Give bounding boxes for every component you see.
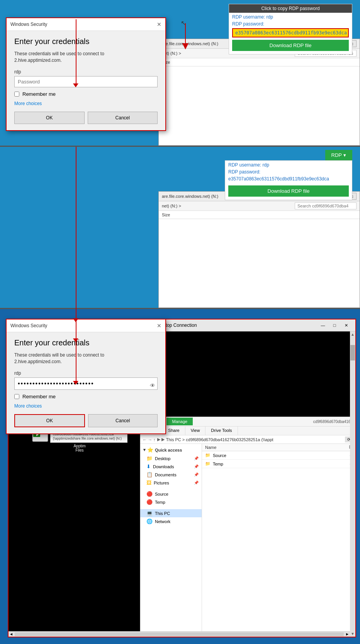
source-folder-icon: 📁	[205, 453, 211, 458]
fm-sidebar-desktop[interactable]: 📁 Desktop 📌	[140, 454, 202, 462]
rdp-username-1: RDP username: rdp	[229, 13, 352, 20]
more-choices-link-2[interactable]: More choices	[14, 403, 158, 409]
apptimized-label: ApptimFiles	[32, 444, 127, 452]
rdp-username-2: RDP username: rdp	[225, 161, 352, 168]
fm-file-row-temp[interactable]: 📁 Temp 4	[202, 460, 355, 468]
fm-ribbon-top: ≡ ↑ 📁 ⬇ | Manage cd9f6896d670dba4162	[140, 417, 355, 427]
remember-checkbox-1[interactable]	[14, 92, 19, 97]
dialog-title-text-2: Windows Security	[10, 323, 47, 328]
documents-folder-icon: 📋	[146, 472, 153, 477]
fm-documents-label: Documents	[155, 472, 177, 477]
file-explorer-bg-2: are.file.core.windows.net) (N:) — □ net)…	[158, 191, 360, 308]
pictures-folder-icon: 🖼	[146, 480, 151, 486]
fm-sidebar-header-quickaccess: ▾ ⭐ Quick access	[140, 445, 202, 454]
scroll-up-btn[interactable]: ▲	[350, 331, 355, 337]
fm-breadcrumb-text: This PC > cd9f6896d670dba416276b03252825…	[166, 437, 273, 442]
dialog-titlebar-1: Windows Security ✕	[7, 18, 165, 31]
fm-main: ▾ ⭐ Quick access 📁 Desktop 📌	[140, 444, 355, 636]
fm-file-row-source[interactable]: 📁 Source 4	[202, 451, 355, 460]
fm-desktop-label: Desktop	[155, 456, 170, 461]
fm-sidebar-thispc[interactable]: 💻 This PC	[140, 509, 202, 517]
scrollbar-thumb[interactable]	[350, 345, 355, 360]
password-input-2[interactable]	[14, 377, 158, 390]
rdp-password-value-1[interactable]: e35707a0863ec6311576cdbd911fb93e9ec63dca	[232, 28, 349, 37]
downloads-folder-icon: ⬇	[146, 464, 151, 469]
desktop-folder-icon: 📁	[146, 455, 153, 461]
dialog-close-btn-1[interactable]: ✕	[157, 21, 161, 27]
fm-sidebar-network[interactable]: 🌐 Network	[140, 517, 202, 525]
rdp-info-panel-2: RDP username: rdp RDP password: e35707a0…	[225, 160, 352, 200]
fm-tab-view[interactable]: View	[185, 427, 206, 435]
fm-sidebar: ▾ ⭐ Quick access 📁 Desktop 📌	[140, 444, 202, 636]
rdp-minimize-btn[interactable]: —	[318, 321, 328, 329]
remember-row-2: Remember me	[14, 394, 158, 399]
dialog-heading-1: Enter your credentials	[14, 37, 158, 46]
more-choices-link-1[interactable]: More choices	[14, 101, 158, 106]
download-rdp-btn-2[interactable]: Download RDP file	[228, 185, 349, 197]
dialog-username-label-1: rdp	[14, 69, 158, 75]
copy-rdp-tooltip[interactable]: Click to copy RDP password	[229, 4, 352, 13]
fm-quickaccess-label: Quick access	[155, 448, 182, 452]
network-icon: 🌐	[146, 518, 153, 524]
rdp-close-btn[interactable]: ✕	[341, 321, 352, 329]
fm-sidebar-downloads[interactable]: ⬇ Downloads 📌	[140, 462, 202, 471]
fm-pictures-label: Pictures	[154, 481, 169, 485]
rdp-password-label-2: RDP password:	[225, 168, 352, 175]
scroll-left-btn[interactable]: ◀	[8, 632, 14, 636]
downloads-pin-icon: 📌	[194, 464, 199, 469]
horizontal-scrollbar[interactable]: ◀ ▶	[8, 631, 350, 637]
win-security-dialog-1: Windows Security ✕ Enter your credential…	[6, 17, 166, 131]
cancel-btn-2[interactable]: Cancel	[88, 414, 158, 427]
documents-pin-icon: 📌	[194, 472, 199, 477]
fe-toolbar-2: net) (N:) >	[159, 201, 360, 211]
fe-col-size-2: Size	[159, 211, 360, 219]
fe-col-size-1: Size	[159, 58, 360, 66]
ok-btn-1[interactable]: OK	[14, 112, 85, 124]
fm-thispc-label: This PC	[155, 511, 170, 516]
thispc-icon: 💻	[146, 510, 153, 516]
fm-sidebar-section-thispc: 💻 This PC 🌐 Network	[140, 508, 202, 527]
fm-temp-label: Temp	[155, 500, 165, 505]
rdp-dropdown-btn[interactable]: RDP	[325, 150, 352, 160]
fm-source-label: Source	[155, 492, 168, 496]
eye-icon-2[interactable]: 👁	[150, 382, 155, 389]
fm-col-name-header: Name	[205, 445, 329, 450]
remember-checkbox-2[interactable]	[14, 394, 19, 399]
cancel-btn-1[interactable]: Cancel	[88, 112, 158, 124]
password-input-1[interactable]	[14, 76, 158, 87]
dialog-titlebar-2: Windows Security ✕	[7, 319, 165, 332]
dialog-subtext-1: These credentials will be used to connec…	[14, 51, 158, 64]
fe-search-2[interactable]	[295, 202, 357, 209]
fm-sidebar-documents[interactable]: 📋 Documents 📌	[140, 471, 202, 479]
file-manager: ≡ ↑ 📁 ⬇ | Manage cd9f6896d670dba4162 Hom…	[140, 416, 355, 637]
h-scrollbar-thumb[interactable]	[15, 632, 344, 636]
fm-sidebar-section-quickaccess: ▾ ⭐ Quick access 📁 Desktop 📌	[140, 444, 202, 488]
fm-sidebar-pictures[interactable]: 🖼 Pictures 📌	[140, 479, 202, 487]
password-input-wrapper-2: 👁	[14, 377, 158, 394]
fm-network-label: Network	[155, 519, 170, 524]
scroll-right-btn[interactable]: ▶	[345, 632, 350, 636]
fm-sidebar-temp[interactable]: 🔴 Temp	[140, 498, 202, 506]
fm-sidebar-section-source: 🔴 Source 🔴 Temp	[140, 488, 202, 508]
fm-ribbon-tabs: Home Share View Drive Tools	[140, 427, 355, 435]
fm-breadcrumb: ← → ↑ ▶ ▶ This PC > cd9f6896d670dba41627…	[140, 435, 355, 444]
fm-chevron-quickaccess: ▾	[143, 447, 146, 452]
source-drive-icon: 🔴	[146, 491, 153, 497]
scroll-down-btn[interactable]: ▼	[350, 631, 355, 637]
remember-row-1: Remember me	[14, 91, 158, 97]
win-security-dialog-2: Windows Security ✕ Enter your credential…	[6, 319, 166, 434]
dialog-title-text-1: Windows Security	[10, 22, 47, 27]
fm-content: Name D 📁 Source 4 📁 Temp 4	[202, 444, 355, 636]
fm-sidebar-source[interactable]: 🔴 Source	[140, 490, 202, 498]
file-explorer-bg-1: are.file.core.windows.net) (N:) — □ net)…	[158, 39, 360, 146]
rdp-maximize-btn[interactable]: □	[329, 321, 340, 329]
fm-tab-share[interactable]: Share	[163, 427, 185, 435]
fm-downloads-label: Downloads	[153, 464, 174, 469]
download-rdp-btn-1[interactable]: Download RDP file	[232, 40, 349, 51]
ok-btn-2[interactable]: OK	[14, 414, 85, 427]
rdp-scrollbar[interactable]: ▲ ▼	[350, 331, 355, 637]
dialog-subtext-2: These credentials will be used to connec…	[14, 352, 158, 365]
fm-manage-tab[interactable]: Manage	[166, 418, 193, 425]
dialog-close-btn-2[interactable]: ✕	[157, 323, 161, 329]
fm-tab-drive-tools[interactable]: Drive Tools	[205, 427, 238, 435]
